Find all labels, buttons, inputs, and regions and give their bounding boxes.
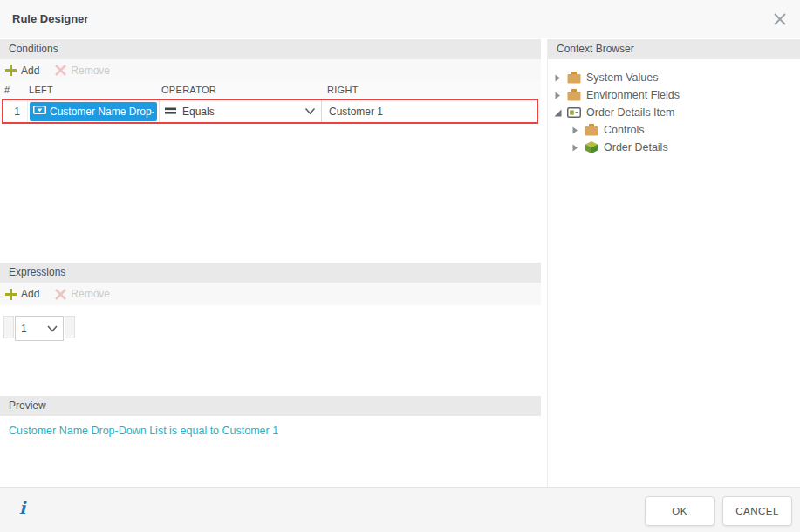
plus-icon — [5, 289, 17, 300]
equals-icon — [165, 106, 177, 118]
tree-item-controls[interactable]: Controls — [548, 121, 800, 139]
dropdown-list-icon — [33, 105, 46, 118]
folder-icon — [567, 72, 581, 84]
conditions-remove-button[interactable]: Remove — [55, 65, 110, 77]
x-icon — [55, 65, 66, 76]
expressions-remove-button[interactable]: Remove — [55, 288, 110, 300]
conditions-toolbar: Add Remove — [0, 59, 541, 81]
right-operand-value: Customer 1 — [329, 106, 383, 118]
operator-label: Equals — [182, 106, 299, 118]
info-icon[interactable]: i — [19, 498, 25, 517]
expressions-toolbar: Add Remove — [0, 283, 541, 305]
expression-handle-left[interactable] — [3, 316, 14, 338]
chevron-down-icon — [47, 323, 58, 335]
column-header-left: LEFT — [26, 81, 157, 99]
cancel-button[interactable]: CANCEL — [722, 496, 792, 526]
chevron-right-icon[interactable] — [571, 144, 579, 152]
left-operand-token[interactable]: Customer Name Drop-Down List — [30, 102, 157, 121]
tree-item-order-details[interactable]: Order Details — [548, 139, 800, 156]
context-browser-tree: System Values Environment Fields Order D… — [548, 69, 800, 156]
operator-select[interactable]: Equals — [159, 100, 322, 122]
chevron-down-icon — [304, 106, 316, 118]
tree-item-order-details-item[interactable]: Order Details Item — [548, 104, 800, 121]
chevron-right-icon[interactable] — [571, 126, 579, 134]
expression-row: 1 — [3, 316, 75, 341]
rule-preview-text: Customer Name Drop-Down List is equal to… — [9, 425, 278, 437]
expressions-section-header: Expressions — [0, 263, 541, 283]
folder-icon — [567, 89, 581, 101]
tree-item-environment-fields[interactable]: Environment Fields — [548, 86, 800, 104]
tree-item-system-values[interactable]: System Values — [548, 69, 800, 86]
folder-icon — [585, 124, 598, 136]
chevron-right-icon[interactable] — [553, 74, 562, 82]
chevron-expanded-icon[interactable] — [553, 109, 562, 117]
right-operand-field[interactable]: Customer 1 — [322, 100, 537, 122]
rule-designer-dialog: Rule Designer Conditions Context Browser… — [0, 0, 800, 532]
expression-order-select[interactable]: 1 — [15, 316, 64, 341]
expression-handle-right[interactable] — [65, 316, 75, 338]
column-header-operator: OPERATOR — [157, 81, 323, 99]
x-icon — [55, 289, 66, 300]
preview-section-header: Preview — [0, 396, 541, 416]
condition-row[interactable]: 1 Customer Name Drop-Down List Equals — [2, 99, 538, 124]
ok-button[interactable]: OK — [645, 496, 715, 526]
conditions-add-button[interactable]: Add — [5, 65, 39, 77]
column-header-num: # — [0, 81, 26, 99]
plus-icon — [5, 65, 17, 76]
list-item-icon — [567, 106, 581, 119]
column-header-right: RIGHT — [323, 81, 541, 99]
context-browser-header: Context Browser — [548, 39, 800, 59]
conditions-section-header: Conditions — [0, 39, 541, 59]
chevron-right-icon[interactable] — [553, 92, 562, 99]
left-operand-label: Customer Name Drop-Down List — [50, 106, 154, 118]
dialog-titlebar: Rule Designer — [0, 0, 800, 38]
condition-row-number: 1 — [3, 100, 28, 122]
cube-icon — [585, 140, 598, 154]
expression-order-value: 1 — [21, 323, 40, 335]
expressions-add-button[interactable]: Add — [5, 288, 39, 300]
close-icon[interactable] — [770, 10, 790, 29]
dialog-footer: i OK CANCEL — [0, 487, 800, 532]
dialog-title: Rule Designer — [12, 12, 88, 25]
conditions-table-header: # LEFT OPERATOR RIGHT — [0, 81, 541, 99]
